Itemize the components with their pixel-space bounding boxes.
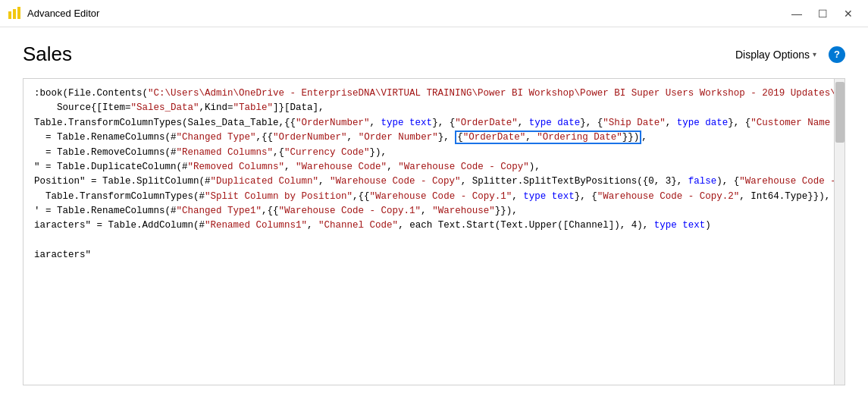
title-bar-title: Advanced Editor bbox=[27, 8, 99, 19]
svg-rect-1 bbox=[13, 9, 16, 19]
code-line-6: " = Table.DuplicateColumn(#"Removed Colu… bbox=[34, 160, 823, 174]
title-bar-left: Advanced Editor bbox=[8, 7, 99, 20]
page-title: Sales bbox=[23, 42, 72, 66]
code-line-1: :book(File.Contents("C:\Users\Admin\OneD… bbox=[34, 86, 823, 101]
display-options-button[interactable]: Display Options ▾ bbox=[729, 46, 823, 64]
maximize-button[interactable]: ☐ bbox=[810, 3, 835, 24]
help-button[interactable]: ? bbox=[829, 46, 845, 63]
code-editor[interactable]: :book(File.Contents("C:\Users\Admin\OneD… bbox=[24, 79, 834, 385]
code-line-9: ' = Table.RenameColumns(#"Changed Type1"… bbox=[34, 204, 823, 219]
minimize-button[interactable]: — bbox=[785, 3, 809, 24]
code-line-3: Table.TransformColumnTypes(Sales_Data_Ta… bbox=[34, 116, 823, 130]
scrollbar-thumb[interactable] bbox=[835, 82, 844, 143]
scrollbar-track[interactable] bbox=[834, 79, 844, 385]
code-line-10: iaracters" = Table.AddColumn(#"Renamed C… bbox=[34, 219, 823, 233]
code-line-11 bbox=[34, 234, 823, 248]
code-line-8: Table.TransformColumnTypes(#"Split Colum… bbox=[34, 190, 823, 204]
powerbi-icon bbox=[8, 7, 21, 20]
code-line-5: = Table.RemoveColumns(#"Renamed Columns"… bbox=[34, 146, 823, 160]
code-line-12: iaracters" bbox=[34, 248, 823, 263]
title-bar-controls: — ☐ ✕ bbox=[785, 3, 860, 24]
main-content: Sales Display Options ▾ ? :book(File.Con… bbox=[0, 27, 868, 393]
chevron-down-icon: ▾ bbox=[813, 50, 816, 58]
editor-container: :book(File.Contents("C:\Users\Admin\OneD… bbox=[23, 78, 845, 385]
header-right: Display Options ▾ ? bbox=[729, 46, 845, 64]
title-bar: Advanced Editor — ☐ ✕ bbox=[0, 0, 868, 27]
code-line-7: Position" = Table.SplitColumn(#"Duplicat… bbox=[34, 174, 823, 189]
code-line-4: = Table.RenameColumns(#"Changed Type",{{… bbox=[34, 130, 823, 145]
display-options-label: Display Options bbox=[735, 49, 810, 61]
header-row: Sales Display Options ▾ ? bbox=[23, 42, 845, 66]
svg-rect-0 bbox=[8, 11, 11, 19]
svg-rect-2 bbox=[17, 7, 20, 19]
code-line-2: Source{[Item="Sales_Data",Kind="Table"]}… bbox=[34, 101, 823, 115]
close-button[interactable]: ✕ bbox=[836, 3, 860, 24]
